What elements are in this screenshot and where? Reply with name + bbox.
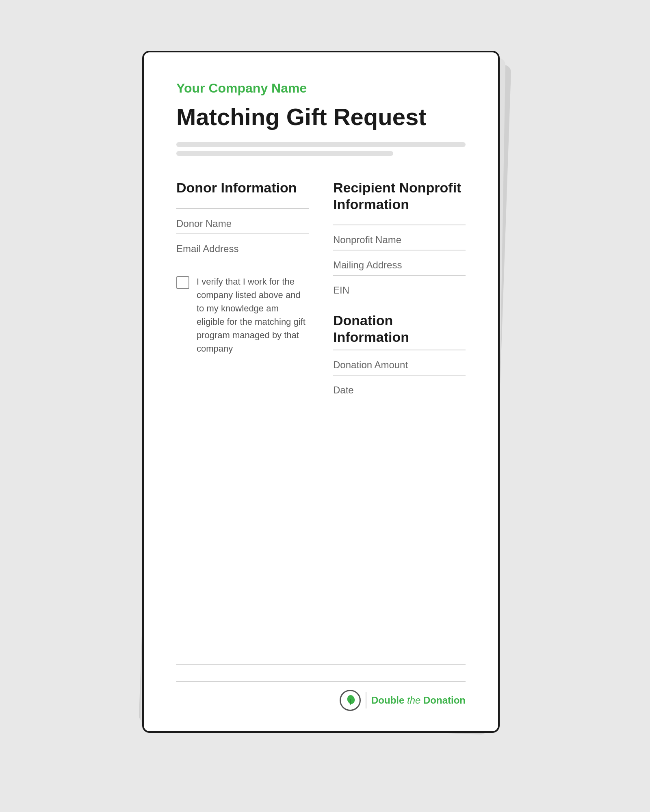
donor-name-label: Donor Name [176, 218, 309, 229]
donation-section: Donation Information Donation Amount Dat… [333, 312, 466, 400]
donor-section-header: Donor Information [176, 179, 309, 196]
nonprofit-name-field[interactable]: Nonprofit Name [333, 225, 466, 250]
recipient-section: Recipient Nonprofit Information Nonprofi… [333, 179, 466, 300]
donor-name-field[interactable]: Donor Name [176, 208, 309, 233]
footer-brand-divider [366, 692, 366, 708]
page-wrapper: Your Company Name Matching Gift Request … [142, 51, 508, 761]
verify-checkbox[interactable] [176, 276, 189, 289]
dtd-logo-leaf-icon [344, 695, 356, 706]
recipient-section-header: Recipient Nonprofit Information [333, 179, 466, 213]
company-name: Your Company Name [176, 81, 466, 96]
progress-bar-2 [176, 151, 393, 156]
donor-column: Donor Information Donor Name Email Addre… [176, 179, 309, 652]
nonprofit-name-label: Nonprofit Name [333, 234, 466, 246]
dtd-logo-circle [340, 690, 361, 711]
ein-field[interactable]: EIN [333, 275, 466, 300]
form-title: Matching Gift Request [176, 104, 466, 130]
footer: Double the Donation [176, 681, 466, 711]
verify-checkbox-area[interactable]: I verify that I work for the company lis… [176, 269, 309, 355]
email-field[interactable]: Email Address [176, 233, 309, 259]
footer-brand-donation: Donation [423, 695, 466, 706]
ein-label: EIN [333, 285, 466, 296]
svg-point-0 [346, 695, 355, 705]
progress-bars [176, 142, 466, 160]
footer-logo: Double the Donation [340, 690, 466, 711]
footer-brand-the: the [407, 695, 423, 706]
footer-brand-text: Double the Donation [371, 695, 466, 706]
footer-brand-double: Double [371, 695, 407, 706]
donation-amount-field[interactable]: Donation Amount [333, 350, 466, 375]
donation-section-header: Donation Information [333, 312, 466, 346]
mailing-address-label: Mailing Address [333, 259, 466, 271]
footer-divider-line [176, 664, 466, 665]
main-card: Your Company Name Matching Gift Request … [142, 51, 500, 733]
date-label: Date [333, 384, 466, 396]
verify-checkbox-label: I verify that I work for the company lis… [197, 275, 309, 355]
recipient-column: Recipient Nonprofit Information Nonprofi… [333, 179, 466, 652]
form-columns: Donor Information Donor Name Email Addre… [176, 179, 466, 652]
email-label: Email Address [176, 243, 309, 255]
donation-amount-label: Donation Amount [333, 359, 466, 371]
date-field[interactable]: Date [333, 375, 466, 400]
mailing-address-field[interactable]: Mailing Address [333, 250, 466, 275]
progress-bar-1 [176, 142, 466, 147]
